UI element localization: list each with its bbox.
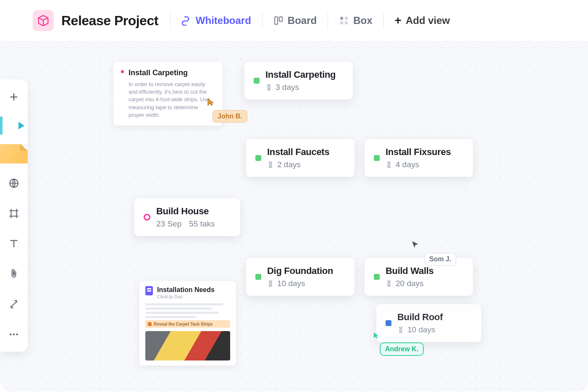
svg-rect-2 xyxy=(340,17,343,20)
bullet-dot-icon xyxy=(121,70,124,73)
task-build-house[interactable]: Build House 23 Sep 55 taks xyxy=(134,198,240,236)
frame-icon xyxy=(8,208,19,219)
task-install-faucets[interactable]: Install Faucets 2 days xyxy=(246,139,354,177)
task-title: Install Fixsures xyxy=(386,147,464,158)
canvas-toolbar: + xyxy=(0,79,28,352)
hourglass-icon xyxy=(397,326,404,333)
note-carpeting[interactable]: Install Carpeting In order to remove car… xyxy=(113,62,223,126)
status-dot-icon xyxy=(255,155,261,161)
whiteboard-icon xyxy=(181,16,192,26)
header: Release Project Whiteboard Board Box + A… xyxy=(0,0,588,42)
attachment-icon xyxy=(8,268,19,279)
board-icon xyxy=(273,16,284,26)
connector-icon xyxy=(8,299,19,310)
doc-preview-lines xyxy=(145,303,230,318)
task-dig-foundation[interactable]: Dig Foundation 10 days xyxy=(246,258,354,296)
svg-rect-5 xyxy=(345,21,348,24)
svg-rect-0 xyxy=(275,17,278,24)
tool-add[interactable]: + xyxy=(3,86,24,107)
svg-rect-3 xyxy=(345,17,348,20)
cursor-som-icon xyxy=(411,240,420,249)
cursor-andrew-icon xyxy=(373,331,380,339)
svg-rect-4 xyxy=(340,21,343,24)
task-title: Install Faucets xyxy=(267,147,345,158)
task-install-carpeting[interactable]: Install Carpeting 3 days xyxy=(244,62,353,100)
box-icon xyxy=(339,16,349,26)
task-build-walls[interactable]: Build Walls 20 days xyxy=(365,258,473,296)
doc-subtitle: ClickUp Doc xyxy=(157,294,215,299)
task-tasks: 55 taks xyxy=(189,219,215,229)
tool-web[interactable] xyxy=(3,173,24,194)
task-install-fixtures[interactable]: Install Fixsures 4 days xyxy=(365,139,473,177)
hourglass-icon xyxy=(267,280,274,287)
task-build-roof[interactable]: Build Roof 10 days xyxy=(376,304,481,342)
task-duration: 10 days xyxy=(277,279,305,288)
status-ring-icon xyxy=(144,214,150,221)
task-duration: 2 days xyxy=(277,160,301,169)
plus-icon: + xyxy=(10,89,18,105)
status-dot-icon xyxy=(386,320,391,326)
globe-icon xyxy=(8,178,19,189)
hourglass-icon xyxy=(267,161,274,168)
user-cursor-som: Som J. xyxy=(424,253,456,266)
tab-box[interactable]: Box xyxy=(328,12,383,29)
plus-icon: + xyxy=(395,15,402,26)
hourglass-icon xyxy=(265,84,272,91)
svg-rect-1 xyxy=(279,17,282,21)
tool-text[interactable] xyxy=(3,233,24,254)
task-duration: 10 days xyxy=(407,325,436,334)
task-title: Build Walls xyxy=(386,266,464,276)
status-dot-icon xyxy=(374,155,380,161)
svg-point-9 xyxy=(16,334,18,335)
doc-title: Installation Needs xyxy=(157,286,215,294)
cursor-john-icon xyxy=(207,98,215,106)
svg-point-7 xyxy=(10,334,11,335)
project-logo xyxy=(33,10,54,31)
cube-icon xyxy=(37,14,50,27)
task-title: Install Carpeting xyxy=(265,69,344,80)
status-dot-icon xyxy=(254,78,260,84)
user-cursor-john: John B. xyxy=(213,110,247,123)
task-date: 23 Sep xyxy=(156,219,181,229)
status-dot-icon xyxy=(255,274,261,280)
tab-add-view[interactable]: + Add view xyxy=(383,12,461,29)
tool-frame[interactable] xyxy=(3,203,24,224)
text-icon xyxy=(8,238,19,249)
status-dot-icon xyxy=(374,274,380,280)
tool-sticky-note[interactable] xyxy=(0,144,28,163)
task-title: Build House xyxy=(156,206,231,217)
tab-label: Add view xyxy=(406,15,450,26)
tool-connector[interactable] xyxy=(3,294,24,315)
project-title: Release Project xyxy=(61,13,158,29)
hourglass-icon xyxy=(386,280,392,287)
svg-point-8 xyxy=(13,334,15,335)
tool-more[interactable] xyxy=(3,324,24,345)
tab-label: Board xyxy=(288,15,317,26)
tab-label: Box xyxy=(353,15,372,26)
task-title: Build Roof xyxy=(397,312,472,323)
user-cursor-andrew: Andrew K. xyxy=(380,342,424,356)
tab-board[interactable]: Board xyxy=(262,12,328,29)
view-tabs: Whiteboard Board Box + Add view xyxy=(170,12,461,29)
doc-icon xyxy=(145,286,153,295)
note-body: In order to remove carpet easily and eff… xyxy=(129,81,215,119)
task-duration: 4 days xyxy=(396,160,419,169)
doc-preview-image xyxy=(145,331,230,360)
tool-pencil[interactable] xyxy=(0,116,28,135)
tool-attachment[interactable] xyxy=(3,263,24,284)
task-duration: 20 days xyxy=(396,279,424,288)
hourglass-icon xyxy=(386,161,392,168)
note-title: Install Carpeting xyxy=(129,68,215,77)
tab-whiteboard[interactable]: Whiteboard xyxy=(170,12,262,29)
doc-highlight: Reveal the Carpet Tack Strips xyxy=(145,320,230,328)
doc-installation-needs[interactable]: Installation Needs ClickUp Doc Reveal th… xyxy=(139,281,236,366)
task-title: Dig Foundation xyxy=(267,266,345,276)
task-duration: 3 days xyxy=(276,83,299,92)
more-icon xyxy=(8,329,19,340)
tab-label: Whiteboard xyxy=(196,15,251,26)
whiteboard-canvas[interactable]: + xyxy=(0,42,588,392)
